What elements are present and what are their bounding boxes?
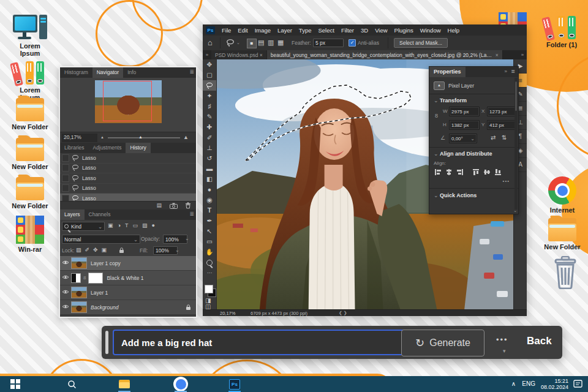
crop-tool[interactable]: ♯ <box>203 101 216 111</box>
dodge-tool[interactable]: ◉ <box>203 195 216 205</box>
selection-mode-add-icon[interactable]: ▤ <box>258 39 264 47</box>
anti-alias-checkbox[interactable]: ✓ <box>349 39 356 47</box>
visibility-eye-icon[interactable] <box>60 289 71 296</box>
desktop-icon-folder-2[interactable]: New Folder <box>10 138 50 170</box>
history-item[interactable]: Lasso <box>60 173 196 184</box>
lock-icons[interactable]: ▨✐✥▣ <box>76 247 110 253</box>
delete-state-trash-icon[interactable] <box>185 202 191 209</box>
tab-history[interactable]: History <box>126 143 150 153</box>
zoom-tool[interactable] <box>203 257 216 268</box>
menu-plugins[interactable]: Plugins <box>394 27 413 34</box>
history-item[interactable]: Lasso <box>60 153 196 164</box>
prompt-bar-handle[interactable] <box>105 331 108 354</box>
fill-value[interactable]: 100% <box>153 246 178 255</box>
align-bottom-icon[interactable] <box>494 168 502 176</box>
x-input[interactable]: 1273 px <box>487 107 516 116</box>
menu-select[interactable]: Select <box>318 27 334 34</box>
visibility-eye-icon[interactable] <box>60 274 71 281</box>
clock[interactable]: 15:21 08.02.2024 <box>541 378 568 390</box>
clone-stamp-tool[interactable]: ⊥ <box>203 143 216 153</box>
zoom-in-icon[interactable]: ▲ <box>183 134 189 140</box>
tool-dropdown-icon[interactable]: ⌄ <box>236 40 240 45</box>
properties-title[interactable]: Properties <box>429 67 466 77</box>
zoom-slider-thumb[interactable]: ▲ <box>138 135 143 139</box>
feather-input[interactable]: 5 px <box>313 39 344 47</box>
scroll-down-icon[interactable]: ⌄ <box>513 208 517 213</box>
selection-mode-subtract-icon[interactable]: ▥ <box>268 39 274 47</box>
hand-tool[interactable]: ✋ <box>203 247 216 257</box>
visibility-eye-icon[interactable] <box>60 260 71 266</box>
generate-button[interactable]: ↻ Generate <box>401 330 484 356</box>
transform-section-header[interactable]: ⌄ Transform <box>434 97 467 104</box>
align-top-icon[interactable] <box>472 168 480 176</box>
align-section-header[interactable]: ⌄ Align and Distribute <box>434 151 492 157</box>
layer-row-background[interactable]: Background <box>60 300 196 315</box>
panel-menu-icon[interactable]: ≣ <box>189 211 194 217</box>
align-left-icon[interactable] <box>434 168 442 176</box>
start-button[interactable] <box>5 376 26 392</box>
layer-thumbnail[interactable] <box>71 257 87 269</box>
status-zoom[interactable]: 20,17% <box>220 311 235 316</box>
close-icon[interactable]: × <box>496 52 499 58</box>
tab-info[interactable]: Info <box>123 67 140 78</box>
more-chevron-icon[interactable]: ▾ <box>503 348 506 354</box>
desktop-icon-folder-right[interactable]: New Folder <box>542 218 582 251</box>
menu-3d[interactable]: 3D <box>361 27 368 34</box>
desktop-icon-winrar[interactable]: Win-rar <box>10 216 50 253</box>
foreground-color-swatch[interactable] <box>205 285 213 293</box>
opacity-value[interactable]: 100% <box>163 235 187 244</box>
snapshot-camera-icon[interactable] <box>170 203 178 209</box>
collapse-icon[interactable]: » <box>505 69 507 74</box>
select-and-mask-button[interactable]: Select and Mask... <box>394 38 448 48</box>
menu-view[interactable]: View <box>375 27 387 34</box>
desktop-icon-trash[interactable] <box>545 256 586 289</box>
lasso-tool[interactable] <box>203 80 216 91</box>
document-tab-active[interactable]: beautiful_young_woman_standing_bridge_co… <box>267 50 503 59</box>
status-arrows[interactable]: ❮ ❯ <box>339 311 347 315</box>
tools-more-icon[interactable]: ⋯ <box>203 268 216 278</box>
flip-horizontal-icon[interactable]: ⇄ <box>491 134 496 141</box>
desktop-icon-internet[interactable]: Internet <box>542 176 582 214</box>
menu-file[interactable]: File <box>222 27 231 34</box>
constrain-link-icon[interactable]: 8 <box>435 113 438 119</box>
more-options-icon[interactable]: ••• <box>496 335 508 344</box>
status-doc-size[interactable]: 6709 px x 4473 px (300 ppi) <box>251 311 307 316</box>
tray-chevron-icon[interactable]: ∧ <box>511 380 516 387</box>
navigator-thumbnail[interactable] <box>95 80 162 123</box>
home-icon[interactable]: ⌂ <box>208 38 213 47</box>
lasso-tool-options-icon[interactable] <box>226 39 235 47</box>
tab-channels[interactable]: Channels <box>85 209 115 220</box>
align-more-icon[interactable]: ••• <box>503 178 510 184</box>
selection-mode-new-icon[interactable]: ■ <box>247 39 257 48</box>
layer-row-layer1[interactable]: Layer 1 <box>60 285 196 300</box>
blur-tool[interactable]: ● <box>203 184 216 195</box>
layer-thumbnail[interactable] <box>71 301 87 313</box>
menu-edit[interactable]: Edit <box>238 27 247 34</box>
close-icon[interactable]: × <box>260 52 263 58</box>
tab-layers[interactable]: Layers <box>60 209 85 220</box>
move-tool[interactable]: ✥ <box>203 59 216 70</box>
taskbar-search-button[interactable] <box>61 376 82 392</box>
align-right-icon[interactable] <box>456 168 464 176</box>
w-input[interactable]: 2975 px <box>449 107 480 116</box>
language-indicator[interactable]: ENG <box>522 380 535 387</box>
fill-dropdown-icon[interactable]: ⌄ <box>175 247 179 253</box>
menu-filter[interactable]: Filter <box>341 27 354 34</box>
layer-thumbnail[interactable] <box>71 287 87 298</box>
selection-mode-intersect-icon[interactable]: ▦ <box>277 39 284 47</box>
desktop-icon-folder1-binders[interactable]: Folder (1) <box>541 13 582 48</box>
type-tool[interactable]: T <box>203 205 216 216</box>
back-button[interactable]: Back <box>527 335 552 347</box>
taskbar-chrome-button[interactable] <box>170 376 191 392</box>
quick-actions-header[interactable]: ⌄ Quick Actions <box>434 192 477 198</box>
zoom-slider-track[interactable] <box>108 137 180 138</box>
visibility-eye-icon[interactable] <box>60 304 71 311</box>
collapse-panels-right-icon[interactable]: » <box>518 50 527 59</box>
shape-tool[interactable]: ▭ <box>203 236 216 247</box>
lock-all-icon[interactable] <box>119 247 124 254</box>
history-brush-tool[interactable]: ↺ <box>203 153 216 164</box>
menu-help[interactable]: Help <box>448 27 460 34</box>
properties-scrollbar[interactable] <box>514 78 518 209</box>
notification-center-icon[interactable] <box>573 380 583 388</box>
y-input[interactable]: 412 px <box>487 120 516 130</box>
